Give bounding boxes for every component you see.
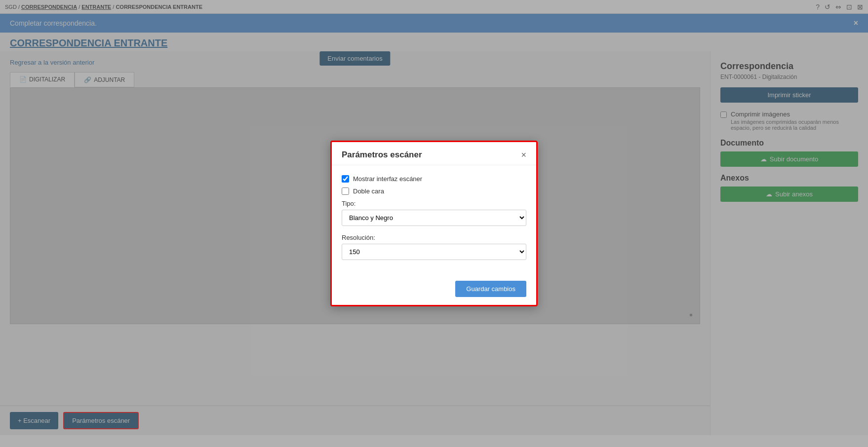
- resolution-select[interactable]: 75 100 150 200 300 600: [342, 244, 526, 260]
- double-side-label[interactable]: Doble cara: [353, 187, 384, 195]
- type-label: Tipo:: [342, 200, 526, 207]
- scanner-params-modal: Parámetros escáner × Mostrar interfaz es…: [330, 141, 538, 306]
- modal-header: Parámetros escáner ×: [332, 142, 536, 165]
- double-side-checkbox[interactable]: [342, 187, 349, 195]
- save-changes-button[interactable]: Guardar cambios: [455, 281, 526, 297]
- modal-close-button[interactable]: ×: [521, 150, 526, 159]
- modal-overlay: Parámetros escáner × Mostrar interfaz es…: [0, 0, 868, 447]
- show-interface-row: Mostrar interfaz escáner: [342, 175, 526, 183]
- double-side-row: Doble cara: [342, 187, 526, 195]
- type-select[interactable]: Blanco y Negro Color Escala de grises: [342, 210, 526, 226]
- modal-footer: Guardar cambios: [332, 275, 536, 305]
- modal-title: Parámetros escáner: [342, 150, 422, 160]
- modal-body: Mostrar interfaz escáner Doble cara Tipo…: [332, 165, 536, 275]
- show-interface-checkbox[interactable]: [342, 175, 349, 183]
- show-interface-label[interactable]: Mostrar interfaz escáner: [353, 175, 422, 183]
- resolution-label: Resolución:: [342, 234, 526, 241]
